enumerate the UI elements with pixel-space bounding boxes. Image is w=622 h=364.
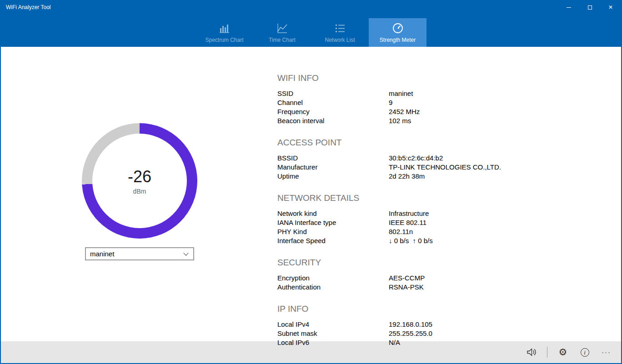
section-title: NETWORK DETAILS bbox=[277, 193, 550, 203]
info-label: Encryption bbox=[277, 274, 389, 283]
more-icon: ... bbox=[602, 348, 612, 354]
window-title: WiFi Analyzer Tool bbox=[1, 4, 558, 10]
more-button[interactable]: ... bbox=[596, 341, 617, 363]
tab-network-list[interactable]: Network List bbox=[311, 18, 369, 47]
info-row: Frequency2452 MHz bbox=[277, 107, 550, 116]
bottom-bar-separator bbox=[547, 347, 547, 358]
info-value: N/A bbox=[389, 338, 550, 347]
info-row: Channel9 bbox=[277, 98, 550, 107]
info-value: 102 ms bbox=[389, 116, 550, 125]
info-row: BSSID30:b5:c2:6c:d4:b2 bbox=[277, 154, 550, 163]
app-window: WiFi Analyzer Tool ✕ Spectrum Chart bbox=[0, 0, 622, 364]
gear-icon: ⚙ bbox=[559, 348, 567, 357]
info-value: RSNA-PSK bbox=[389, 283, 550, 292]
info-value: IEEE 802.11 bbox=[389, 218, 550, 227]
volume-icon bbox=[527, 348, 537, 357]
section-title: WIFI INFO bbox=[277, 73, 550, 83]
list-icon bbox=[334, 22, 346, 34]
close-button[interactable]: ✕ bbox=[600, 0, 621, 15]
info-label: Local IPv6 bbox=[277, 338, 389, 347]
info-row: IANA Interface typeIEEE 802.11 bbox=[277, 218, 550, 227]
info-row: Subnet mask255.255.255.0 bbox=[277, 329, 550, 338]
signal-gauge-block: -26 dBm maninet bbox=[82, 123, 197, 260]
info-label: PHY Kind bbox=[277, 227, 389, 236]
title-bar: WiFi Analyzer Tool ✕ bbox=[1, 0, 621, 15]
info-row: PHY Kind802.11n bbox=[277, 227, 550, 236]
info-label: Channel bbox=[277, 98, 389, 107]
tab-label: Spectrum Chart bbox=[205, 37, 243, 43]
gauge-icon bbox=[392, 22, 404, 34]
info-label: Uptime bbox=[277, 172, 389, 181]
signal-strength-unit: dBm bbox=[133, 188, 146, 195]
info-label: Subnet mask bbox=[277, 329, 389, 338]
info-value: Infrastructure bbox=[389, 209, 550, 218]
tab-label: Time Chart bbox=[269, 37, 296, 43]
tab-label: Network List bbox=[325, 37, 355, 43]
signal-gauge-ring: -26 dBm bbox=[82, 123, 197, 239]
main-content: -26 dBm maninet WIFI INFOSSIDmaninetChan… bbox=[1, 47, 621, 341]
info-row: Beacon interval102 ms bbox=[277, 116, 550, 125]
maximize-icon bbox=[588, 5, 592, 10]
minimize-button[interactable] bbox=[558, 0, 579, 15]
info-value: 2d 22h 38m bbox=[389, 172, 550, 181]
info-row: Local IPv4192.168.0.105 bbox=[277, 320, 550, 329]
info-label: Authentication bbox=[277, 283, 389, 292]
info-label: Network kind bbox=[277, 209, 389, 218]
info-value: maninet bbox=[389, 89, 550, 98]
signal-strength-value: -26 bbox=[128, 167, 151, 186]
info-label: Beacon interval bbox=[277, 116, 389, 125]
network-selector[interactable]: maninet bbox=[85, 247, 194, 260]
info-value: 255.255.255.0 bbox=[389, 329, 550, 338]
section-title: IP INFO bbox=[277, 304, 550, 314]
bar-chart-icon bbox=[219, 22, 231, 34]
info-value: 802.11n bbox=[389, 227, 550, 236]
info-value: AES-CCMP bbox=[389, 274, 550, 283]
tab-strength-meter[interactable]: Strength Meter bbox=[369, 18, 426, 47]
maximize-button[interactable] bbox=[579, 0, 600, 15]
network-selector-value: maninet bbox=[90, 250, 114, 258]
info-value: TP-LINK TECHNOLOGIES CO.,LTD. bbox=[389, 163, 550, 172]
info-row: AuthenticationRSNA-PSK bbox=[277, 283, 550, 292]
tab-strip: Spectrum Chart Time Chart Network List bbox=[1, 15, 621, 47]
signal-gauge-center: -26 dBm bbox=[92, 134, 187, 228]
info-value: 192.168.0.105 bbox=[389, 320, 550, 329]
info-row: Uptime2d 22h 38m bbox=[277, 172, 550, 181]
info-value: 9 bbox=[389, 98, 550, 107]
info-label: BSSID bbox=[277, 154, 389, 163]
info-row: Network kindInfrastructure bbox=[277, 209, 550, 218]
line-chart-icon bbox=[276, 22, 288, 34]
window-controls: ✕ bbox=[558, 0, 621, 15]
info-value: ↓ 0 b/s ↑ 0 b/s bbox=[389, 236, 550, 245]
tab-time-chart[interactable]: Time Chart bbox=[253, 18, 311, 47]
info-row: ManufacturerTP-LINK TECHNOLOGIES CO.,LTD… bbox=[277, 163, 550, 172]
close-icon: ✕ bbox=[608, 5, 613, 10]
section-title: ACCESS POINT bbox=[277, 138, 550, 148]
info-label: IANA Interface type bbox=[277, 218, 389, 227]
info-row: Local IPv6N/A bbox=[277, 338, 550, 347]
minimize-icon bbox=[567, 7, 571, 8]
tab-spectrum-chart[interactable]: Spectrum Chart bbox=[196, 18, 253, 47]
settings-button[interactable]: ⚙ bbox=[552, 341, 574, 363]
info-button[interactable]: i bbox=[574, 341, 596, 363]
info-icon: i bbox=[581, 348, 589, 357]
info-row: SSIDmaninet bbox=[277, 89, 550, 98]
info-row: Interface Speed↓ 0 b/s ↑ 0 b/s bbox=[277, 236, 550, 245]
info-label: Manufacturer bbox=[277, 163, 389, 172]
info-label: Frequency bbox=[277, 107, 389, 116]
info-row: EncryptionAES-CCMP bbox=[277, 274, 550, 283]
chevron-down-icon bbox=[183, 250, 188, 255]
info-label: SSID bbox=[277, 89, 389, 98]
info-panel: WIFI INFOSSIDmaninetChannel9Frequency245… bbox=[277, 73, 550, 347]
tab-label: Strength Meter bbox=[380, 37, 416, 43]
info-label: Interface Speed bbox=[277, 236, 389, 245]
info-value: 2452 MHz bbox=[389, 107, 550, 116]
info-label: Local IPv4 bbox=[277, 320, 389, 329]
section-title: SECURITY bbox=[277, 258, 550, 268]
info-value: 30:b5:c2:6c:d4:b2 bbox=[389, 154, 550, 163]
